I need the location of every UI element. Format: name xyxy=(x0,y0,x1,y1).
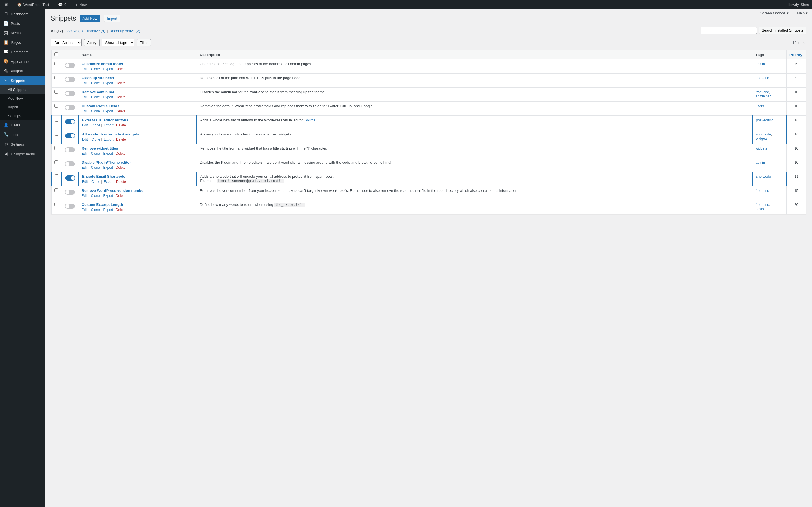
snippet-toggle[interactable] xyxy=(65,161,75,166)
import-button[interactable]: Import xyxy=(104,15,120,22)
edit-link[interactable]: Edit xyxy=(82,152,88,156)
row-checkbox[interactable] xyxy=(54,146,58,150)
admin-bar-new[interactable]: + New xyxy=(73,0,89,9)
select-all-checkbox[interactable] xyxy=(54,52,58,56)
export-link[interactable]: Export xyxy=(104,123,114,127)
snippet-name[interactable]: Disable Plugin/Theme editor xyxy=(82,160,131,165)
snippet-name[interactable]: Remove WordPress version number xyxy=(82,188,145,193)
snippet-toggle[interactable] xyxy=(65,133,75,138)
export-link[interactable]: Export xyxy=(104,137,114,142)
admin-bar-site[interactable]: 🏠 WordPress Test xyxy=(15,0,51,9)
clone-link[interactable]: Clone xyxy=(91,67,100,71)
filter-inactive[interactable]: Inactive (9) xyxy=(87,29,105,33)
row-checkbox[interactable] xyxy=(54,76,58,79)
sidebar-item-media[interactable]: 🖼 Media xyxy=(0,28,45,38)
delete-link[interactable]: Delete xyxy=(116,137,126,142)
clone-link[interactable]: Clone xyxy=(91,95,100,99)
tag-link[interactable]: shortcode xyxy=(756,175,771,179)
row-checkbox[interactable] xyxy=(54,62,58,65)
tag-link[interactable]: widgets xyxy=(756,136,768,140)
export-link[interactable]: Export xyxy=(103,152,113,156)
edit-link[interactable]: Edit xyxy=(82,95,88,99)
snippet-toggle[interactable] xyxy=(65,119,75,124)
export-link[interactable]: Export xyxy=(103,208,113,212)
clone-link[interactable]: Clone xyxy=(91,180,100,184)
export-link[interactable]: Export xyxy=(103,166,113,170)
sidebar-item-appearance[interactable]: 🎨 Appearance xyxy=(0,57,45,66)
clone-link[interactable]: Clone xyxy=(91,81,100,85)
row-checkbox[interactable] xyxy=(55,118,58,122)
row-checkbox[interactable] xyxy=(54,188,58,192)
snippet-toggle[interactable] xyxy=(65,175,75,180)
snippet-name[interactable]: Extra visual editor buttons xyxy=(82,118,128,122)
sidebar-item-import[interactable]: Import xyxy=(0,103,45,112)
delete-link[interactable]: Delete xyxy=(116,180,126,184)
sidebar-item-plugins[interactable]: 🔌 Plugins xyxy=(0,66,45,76)
edit-link[interactable]: Edit xyxy=(82,208,88,212)
show-all-tags-select[interactable]: Show all tags xyxy=(102,39,135,47)
row-checkbox[interactable] xyxy=(54,90,58,94)
apply-button[interactable]: Apply xyxy=(84,39,100,46)
tag-link[interactable]: front-end xyxy=(756,203,769,207)
filter-recently-active[interactable]: Recently Active (2) xyxy=(110,29,140,33)
sidebar-item-add-new[interactable]: Add New xyxy=(0,94,45,103)
delete-link[interactable]: Delete xyxy=(116,194,126,198)
export-link[interactable]: Export xyxy=(103,95,113,99)
row-checkbox[interactable] xyxy=(54,104,58,108)
row-checkbox[interactable] xyxy=(55,132,58,136)
tag-link[interactable]: front-end xyxy=(756,76,769,80)
clone-link[interactable]: Clone xyxy=(91,152,100,156)
tag-link[interactable]: users xyxy=(756,104,764,108)
sidebar-item-comments[interactable]: 💬 Comments xyxy=(0,47,45,57)
clone-link[interactable]: Clone xyxy=(91,109,100,113)
snippet-name[interactable]: Remove widget titles xyxy=(82,146,118,151)
snippet-toggle[interactable] xyxy=(65,91,75,96)
header-priority[interactable]: Priority xyxy=(786,50,806,59)
delete-link[interactable]: Delete xyxy=(116,109,126,113)
sidebar-item-snippets[interactable]: ✂ Snippets xyxy=(0,76,45,86)
admin-bar-logo[interactable]: ⊞ xyxy=(3,0,10,9)
filter-all[interactable]: All (12) xyxy=(51,29,63,33)
edit-link[interactable]: Edit xyxy=(82,166,88,170)
export-link[interactable]: Export xyxy=(103,81,113,85)
snippet-name[interactable]: Custom Profile Fields xyxy=(82,104,119,108)
export-link[interactable]: Export xyxy=(104,180,114,184)
clone-link[interactable]: Clone xyxy=(91,137,100,142)
tag-link[interactable]: posts xyxy=(756,207,764,211)
snippet-name[interactable]: Clean up site head xyxy=(82,76,114,80)
search-button[interactable]: Search Installed Snippets xyxy=(759,27,806,34)
delete-link[interactable]: Delete xyxy=(116,81,126,85)
snippet-toggle[interactable] xyxy=(65,63,75,68)
clone-link[interactable]: Clone xyxy=(91,166,100,170)
snippet-toggle[interactable] xyxy=(65,204,75,209)
snippet-toggle[interactable] xyxy=(65,147,75,152)
export-link[interactable]: Export xyxy=(103,194,113,198)
tag-link[interactable]: admin bar xyxy=(756,94,770,98)
filter-button[interactable]: Filter xyxy=(137,39,151,46)
clone-link[interactable]: Clone xyxy=(91,194,100,198)
add-new-button[interactable]: Add New xyxy=(80,15,101,22)
admin-bar-comments[interactable]: 💬 0 xyxy=(56,0,68,9)
sidebar-item-pages[interactable]: 📋 Pages xyxy=(0,38,45,47)
clone-link[interactable]: Clone xyxy=(91,123,100,127)
snippet-name[interactable]: Allow shortcodes in text widgets xyxy=(82,132,139,136)
snippet-name[interactable]: Customize admin footer xyxy=(82,62,123,66)
delete-link[interactable]: Delete xyxy=(116,152,126,156)
edit-link[interactable]: Edit xyxy=(82,137,88,142)
row-checkbox[interactable] xyxy=(54,203,58,206)
tag-link[interactable]: shortcode xyxy=(756,132,771,136)
tag-link[interactable]: front-end xyxy=(756,90,769,94)
snippet-toggle[interactable] xyxy=(65,189,75,194)
tag-link[interactable]: post-editing xyxy=(756,118,774,122)
clone-link[interactable]: Clone xyxy=(91,208,100,212)
export-link[interactable]: Export xyxy=(103,109,113,113)
source-link[interactable]: Source xyxy=(305,118,315,122)
filter-active[interactable]: Active (3) xyxy=(67,29,83,33)
row-checkbox[interactable] xyxy=(54,160,58,164)
sidebar-item-tools[interactable]: 🔧 Tools xyxy=(0,130,45,139)
sidebar-item-settings[interactable]: Settings xyxy=(0,112,45,120)
snippet-toggle[interactable] xyxy=(65,77,75,82)
edit-link[interactable]: Edit xyxy=(82,81,88,85)
snippet-name[interactable]: Custom Excerpt Length xyxy=(82,203,123,207)
tag-link[interactable]: admin xyxy=(756,62,765,66)
